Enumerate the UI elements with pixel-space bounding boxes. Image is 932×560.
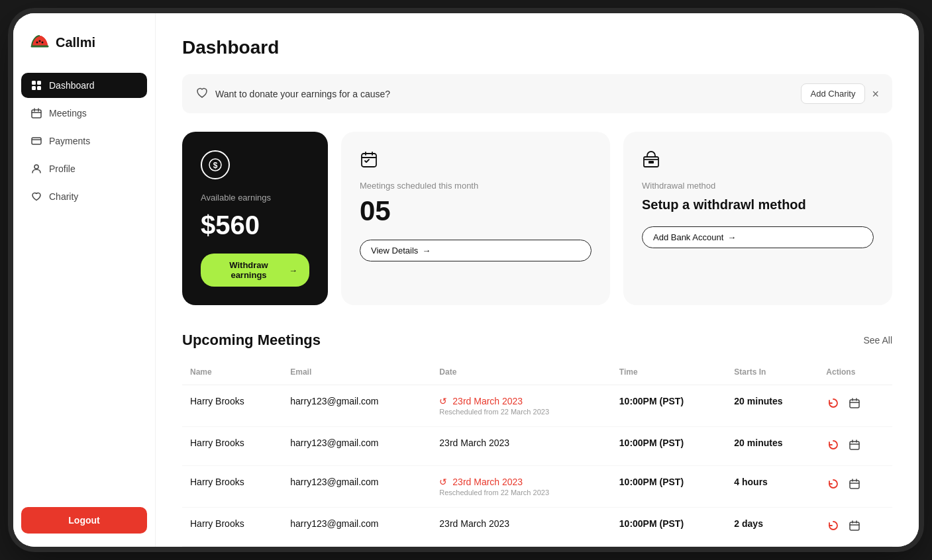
withdraw-button[interactable]: Withdraw earnings → [201,254,309,287]
table-row: Harry Brooksharry123@gmail.com↺23rd Marc… [182,385,892,427]
withdrawal-card: Withdrawal method Setup a withdrawl meth… [623,132,892,305]
svg-rect-16 [850,442,859,449]
sidebar-nav: Dashboard Meetings [13,66,155,494]
charity-banner-text: Want to donate your earnings for a cause… [215,89,801,99]
withdrawal-label: Withdrawal method [642,181,874,191]
add-charity-button[interactable]: Add Charity [801,83,866,104]
withdrawal-title: Setup a withdrawl method [642,196,874,213]
cell-email: harry123@gmail.com [282,385,431,427]
logo-icon [29,32,50,53]
stats-row: $ Available earnings $560 Withdraw earni… [182,132,892,305]
svg-rect-3 [32,81,36,85]
profile-icon [30,163,42,175]
sidebar-item-meetings[interactable]: Meetings [21,101,147,126]
col-actions: Actions [818,362,892,385]
banner-close-button[interactable]: × [872,88,879,100]
cell-actions [818,466,892,508]
cell-starts-in: 4 hours [726,466,818,508]
upcoming-meetings-title: Upcoming Meetings [182,332,321,349]
cell-time: 10:00PM (PST) [611,385,727,427]
charity-icon [30,191,42,203]
cell-name: Harry Brooks [182,385,282,427]
table-row: Harry Brooksharry123@gmail.com23rd March… [182,508,892,547]
cell-time: 10:00PM (PST) [611,427,727,466]
cell-date: 23rd March 2023 [431,508,611,547]
col-email: Email [282,362,431,385]
view-details-button[interactable]: View Details → [360,240,592,261]
earnings-label: Available earnings [201,193,309,203]
sidebar: Callmi Dashboard [13,13,156,547]
sidebar-item-charity[interactable]: Charity [21,184,147,209]
reschedule-button[interactable] [826,438,841,455]
sidebar-item-profile[interactable]: Profile [21,156,147,181]
earnings-amount: $560 [201,210,309,240]
reschedule-button[interactable] [826,477,841,494]
cell-actions [818,385,892,427]
col-starts-in: Starts In [726,362,818,385]
cell-email: harry123@gmail.com [282,466,431,508]
earnings-icon: $ [201,150,230,179]
cell-starts-in: 20 minutes [726,427,818,466]
cell-name: Harry Brooks [182,508,282,547]
sidebar-footer: Logout [13,494,155,547]
meetings-stat-value: 05 [360,196,592,226]
charity-banner-icon [195,86,209,102]
svg-rect-14 [648,161,654,163]
cell-name: Harry Brooks [182,427,282,466]
svg-rect-8 [32,138,41,144]
profile-label: Profile [49,163,76,174]
cell-starts-in: 20 minutes [726,385,818,427]
meetings-stat-card: Meetings scheduled this month 05 View De… [341,132,610,305]
earnings-card: $ Available earnings $560 Withdraw earni… [182,132,328,305]
dashboard-icon [30,79,42,91]
calendar-button[interactable] [847,477,862,494]
logout-button[interactable]: Logout [21,507,147,534]
col-date: Date [431,362,611,385]
calendar-button[interactable] [847,518,862,536]
sidebar-item-dashboard[interactable]: Dashboard [21,73,147,98]
add-bank-account-button[interactable]: Add Bank Account → [642,226,874,248]
svg-rect-6 [37,86,41,90]
meetings-label: Meetings [49,108,87,118]
payments-label: Payments [49,136,90,146]
svg-point-2 [42,42,44,44]
payments-icon [30,135,42,147]
calendar-button[interactable] [847,438,862,455]
reschedule-button[interactable] [826,518,841,536]
svg-point-0 [36,42,38,44]
sidebar-item-payments[interactable]: Payments [21,128,147,154]
cell-starts-in: 2 days [726,508,818,547]
cell-date: ↺23rd March 2023Rescheduled from 22 Marc… [431,466,611,508]
reschedule-button[interactable] [826,396,841,413]
svg-point-1 [39,40,41,42]
svg-rect-4 [37,81,41,85]
col-name: Name [182,362,282,385]
cell-actions [818,508,892,547]
meetings-table: Name Email Date Time Starts In Actions H… [182,362,892,547]
meetings-icon [30,107,42,119]
cell-time: 10:00PM (PST) [611,466,727,508]
svg-text:$: $ [213,161,218,170]
svg-rect-17 [850,481,859,489]
logo-text: Callmi [56,35,95,50]
table-row: Harry Brooksharry123@gmail.com↺23rd Marc… [182,466,892,508]
svg-rect-5 [32,86,36,90]
withdrawal-icon [642,150,874,173]
meetings-stat-label: Meetings scheduled this month [360,181,592,191]
meetings-stat-icon [360,150,592,173]
cell-date: ↺23rd March 2023Rescheduled from 22 Marc… [431,385,611,427]
svg-point-9 [34,165,38,169]
charity-banner: Want to donate your earnings for a cause… [182,74,892,113]
cell-actions [818,427,892,466]
cell-email: harry123@gmail.com [282,427,431,466]
dashboard-label: Dashboard [49,80,95,91]
cell-time: 10:00PM (PST) [611,508,727,547]
cell-email: harry123@gmail.com [282,508,431,547]
col-time: Time [611,362,727,385]
see-all-button[interactable]: See All [863,335,892,346]
svg-rect-15 [850,400,859,408]
page-title: Dashboard [182,37,892,58]
meetings-section-header: Upcoming Meetings See All [182,332,892,349]
main-content: Dashboard Want to donate your earnings f… [156,13,919,547]
calendar-button[interactable] [847,396,862,413]
